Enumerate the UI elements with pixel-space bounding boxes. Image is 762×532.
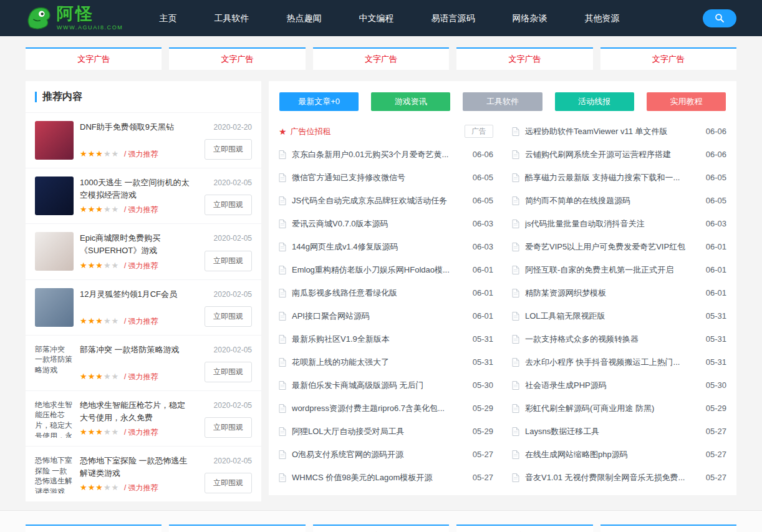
category-tab-1[interactable]: 最新文章+0 [279,92,359,111]
category-tab-4[interactable]: 活动线报 [555,92,634,111]
article-list-item[interactable]: 精防某资源网织梦模板 06-01 [512,281,726,304]
recommend-thumbnail[interactable]: 绝地求生智能压枪芯片，稳定大号使用，永久免费 [35,399,74,438]
article-list-item[interactable]: 京东白条新用户0.01元购买3个月爱奇艺黄... 06-06 [279,143,493,166]
article-title[interactable]: 微信官方通知已支持修改微信号 [292,172,466,183]
article-list-item[interactable]: 去水印小程序 快手抖音视频搬运工上热门... 05-31 [512,351,726,374]
text-ad[interactable]: 文字广告 [600,47,736,70]
view-now-button[interactable]: 立即围观 [205,139,252,160]
article-title[interactable]: 简约而不简单的在线搜题源码 [525,195,700,206]
recommend-item-title[interactable]: 部落冲突 一款塔防策略游戏 [80,344,192,356]
article-list-item[interactable]: 简约而不简单的在线搜题源码 06-05 [512,189,726,212]
article-title[interactable]: wordpress资源付费主题ripro6.7含美化包... [292,403,466,414]
article-title[interactable]: 云铺购代刷网系统全开源可运营程序搭建 [525,149,700,160]
article-list-item[interactable]: 云铺购代刷网系统全开源可运营程序搭建 06-06 [512,143,726,166]
article-list-item[interactable]: 爱讯云商城V0.7.0版本源码 06-03 [279,212,493,235]
recommend-item[interactable]: 12月灵狐签约领1月CF会员 ★★★★★ / 强力推荐 2020-02-05 立… [26,279,261,335]
recommend-item-title[interactable]: 绝地求生智能压枪芯片，稳定大号使用，永久免费 [80,399,192,424]
article-title[interactable]: LOL工具箱无限视距版 [525,311,700,322]
nav-item-2[interactable]: 工具软件 [195,0,268,36]
article-list-item[interactable]: 在线生成网站缩略图php源码 05-27 [512,443,726,466]
ad-slot-item[interactable]: ★ 广告位招租 广告 [279,120,493,143]
article-list-item[interactable]: 最新伯乐发卡商城高级版源码 无后门 05-30 [279,374,493,397]
recommend-thumbnail[interactable] [35,232,74,271]
recommend-item[interactable]: 恐怖地下室探险 一款恐怖逃生解谜类游戏 恐怖地下室探险 一款恐怖逃生解谜类游戏 … [26,446,261,501]
article-list-item[interactable]: Laysns数据迁移工具 05-27 [512,420,726,443]
article-list-item[interactable]: 144g网页生成v1.4修复版源码 06-03 [279,235,493,258]
nav-item-7[interactable]: 其他资源 [566,0,638,36]
article-title[interactable]: 社会语录生成PHP源码 [525,380,700,391]
article-title[interactable]: 花呗新上线的功能太强大了 [292,357,466,368]
recommend-thumbnail[interactable]: 恐怖地下室探险 一款恐怖逃生解谜类游戏 [35,455,74,493]
article-title[interactable]: Emlog重构精仿老版小刀娱乐网HFoldao模... [292,264,466,276]
article-title[interactable]: 远程协助软件TeamViewer v11 单文件版 [525,126,700,137]
category-tab-3[interactable]: 工具软件 [463,92,542,111]
text-ad[interactable]: 文字广告 [313,525,449,532]
recommend-item-title[interactable]: DNF助手免费领取9天黑钻 [80,121,192,133]
text-ad[interactable]: 文字广告 [456,47,592,70]
site-logo[interactable]: 阿怪 WWW.AGUAI8.COM [26,4,123,32]
recommend-item-title[interactable]: 12月灵狐签约领1月CF会员 [80,288,192,301]
recommend-thumbnail[interactable]: 部落冲突 一款塔防策略游戏 [35,344,74,382]
recommend-item-title[interactable]: 1000天逃生 一款空间街机的太空模拟经营游戏 [80,177,192,201]
article-list-item[interactable]: 最新乐购社区V1.9全新版本 05-31 [279,327,493,351]
article-title[interactable]: JS代码全自动完成京东品牌狂欢城活动任务 [292,195,466,206]
article-title[interactable]: WHMCS 价值98美元的Lagom模板开源 [292,472,466,483]
view-now-button[interactable]: 立即围观 [205,362,252,382]
article-title[interactable]: 彩虹代刷全解源码(可商业用途 防黑) [525,403,700,414]
article-title[interactable]: js代码批量批量自动取消抖音关注 [525,218,700,230]
nav-item-1[interactable]: 主页 [140,0,195,36]
article-title[interactable]: Laysns数据迁移工具 [525,426,700,437]
text-ad[interactable]: 文字广告 [26,525,162,532]
article-title[interactable]: 爱讯云商城V0.7.0版本源码 [292,218,466,230]
recommend-item[interactable]: DNF助手免费领取9天黑钻 ★★★★★ / 强力推荐 2020-02-20 立即… [26,112,261,168]
article-list-item[interactable]: 彩虹代刷全解源码(可商业用途 防黑) 05-29 [512,397,726,420]
recommend-thumbnail[interactable] [35,177,74,215]
article-list-item[interactable]: O泡易支付系统官网的源码开源 05-27 [279,443,493,466]
article-title[interactable]: 爱奇艺VIP5以上用户可免费发爱奇艺VIP红包 [525,241,700,253]
nav-item-6[interactable]: 网络杂谈 [493,0,566,36]
view-now-button[interactable]: 立即围观 [205,195,252,215]
article-list-item[interactable]: 微信官方通知已支持修改微信号 06-05 [279,166,493,189]
text-ad[interactable]: 文字广告 [600,525,736,532]
article-list-item[interactable]: js代码批量批量自动取消抖音关注 06-03 [512,212,726,235]
nav-item-5[interactable]: 易语言源码 [412,0,493,36]
search-button[interactable] [703,9,736,27]
text-ad[interactable]: 文字广告 [169,47,305,70]
article-list-item[interactable]: JS代码全自动完成京东品牌狂欢城活动任务 06-05 [279,189,493,212]
article-list-item[interactable]: 阿怪互联-自家的免费主机第一批正式开启 06-01 [512,258,726,281]
article-list-item[interactable]: Emlog重构精仿老版小刀娱乐网HFoldao模... 06-01 [279,258,493,281]
article-list-item[interactable]: 音友V1.01 无视付费限制全网音乐无损免费... 05-27 [512,466,726,489]
article-title[interactable]: 最新伯乐发卡商城高级版源码 无后门 [292,380,466,391]
article-title[interactable]: 京东白条新用户0.01元购买3个月爱奇艺黄... [292,149,466,160]
article-title[interactable]: 最新乐购社区V1.9全新版本 [292,334,466,345]
article-title[interactable]: 一款支持格式众多的视频转换器 [525,334,700,345]
article-list-item[interactable]: 阿狸LOL大厅自动接受对局工具 05-29 [279,420,493,443]
article-list-item[interactable]: wordpress资源付费主题ripro6.7含美化包... 05-29 [279,397,493,420]
article-title[interactable]: 精防某资源网织梦模板 [525,288,700,299]
article-list-item[interactable]: 花呗新上线的功能太强大了 05-31 [279,351,493,374]
recommend-item[interactable]: 1000天逃生 一款空间街机的太空模拟经营游戏 ★★★★★ / 强力推荐 202… [26,168,261,223]
article-list-item[interactable]: 社会语录生成PHP源码 05-30 [512,374,726,397]
recommend-item[interactable]: 部落冲突 一款塔防策略游戏 部落冲突 一款塔防策略游戏 ★★★★★ / 强力推荐… [26,335,261,390]
text-ad[interactable]: 文字广告 [26,47,162,70]
article-title[interactable]: 阿怪互联-自家的免费主机第一批正式开启 [525,264,700,276]
recommend-thumbnail[interactable] [35,121,74,160]
article-list-item[interactable]: LOL工具箱无限视距版 05-31 [512,304,726,327]
view-now-button[interactable]: 立即围观 [205,417,252,438]
article-title[interactable]: 音友V1.01 无视付费限制全网音乐无损免费... [525,472,700,483]
category-tab-5[interactable]: 实用教程 [647,92,726,111]
article-title[interactable]: 去水印小程序 快手抖音视频搬运工上热门... [525,357,700,368]
article-title[interactable]: 酷享磁力云最新版 支持磁力搜索下载和一... [525,172,700,183]
nav-item-4[interactable]: 中文编程 [340,0,412,36]
article-title[interactable]: 阿狸LOL大厅自动接受对局工具 [292,426,466,437]
article-list-item[interactable]: 一款支持格式众多的视频转换器 05-31 [512,327,726,351]
article-title[interactable]: 南瓜影视多线路任意看绿化版 [292,288,466,299]
recommend-item-title[interactable]: 恐怖地下室探险 一款恐怖逃生解谜类游戏 [80,455,192,480]
category-tab-2[interactable]: 游戏资讯 [371,92,450,111]
article-list-item[interactable]: WHMCS 价值98美元的Lagom模板开源 05-27 [279,466,493,489]
nav-item-3[interactable]: 热点趣闻 [268,0,340,36]
article-title[interactable]: O泡易支付系统官网的源码开源 [292,449,466,460]
text-ad[interactable]: 文字广告 [456,525,592,532]
article-title[interactable]: API接口聚合网站源码 [292,311,466,322]
article-list-item[interactable]: 远程协助软件TeamViewer v11 单文件版 06-06 [512,120,726,143]
